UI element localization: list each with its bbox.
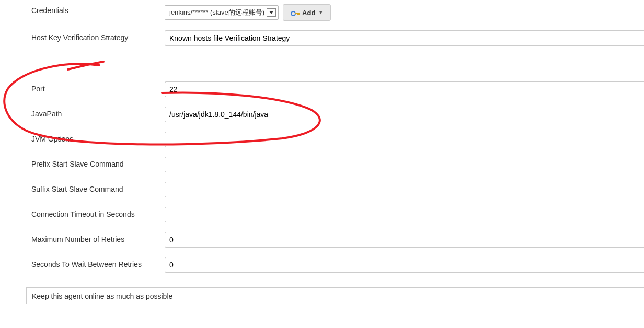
add-button-label: Add — [302, 9, 315, 17]
waitretries-input[interactable] — [165, 257, 644, 273]
svg-rect-2 — [298, 13, 300, 15]
suffix-label: Suffix Start Slave Command — [0, 182, 165, 193]
key-icon — [291, 10, 299, 15]
hostkey-select[interactable] — [165, 30, 644, 46]
waitretries-label: Seconds To Wait Between Retries — [0, 257, 165, 268]
conntimeout-label: Connection Timeout in Seconds — [0, 207, 165, 218]
port-label: Port — [0, 81, 165, 93]
chevron-down-icon — [267, 8, 276, 17]
add-button[interactable]: Add ▼ — [283, 4, 331, 21]
port-input[interactable] — [165, 81, 644, 97]
suffix-input[interactable] — [165, 182, 644, 197]
hostkey-label: Host Key Verification Strategy — [0, 30, 165, 42]
javapath-label: JavaPath — [0, 107, 165, 118]
jvmoptions-input[interactable] — [165, 132, 644, 147]
svg-rect-3 — [297, 13, 298, 15]
prefix-label: Prefix Start Slave Command — [0, 157, 165, 168]
svg-point-0 — [291, 11, 295, 16]
javapath-input[interactable] — [165, 107, 644, 122]
maxretries-input[interactable] — [165, 232, 644, 248]
credentials-label: Credentials — [0, 4, 165, 15]
caret-down-icon: ▼ — [318, 10, 323, 15]
maxretries-label: Maximum Number of Retries — [0, 232, 165, 243]
credentials-value: jenkins/****** (slave的远程账号) — [169, 8, 264, 17]
availability-select[interactable]: Keep this agent online as much as possib… — [26, 287, 644, 304]
conntimeout-input[interactable] — [165, 207, 644, 222]
credentials-select[interactable]: jenkins/****** (slave的远程账号) — [165, 5, 279, 20]
prefix-input[interactable] — [165, 157, 644, 172]
jvmoptions-label: JVM Options — [0, 132, 165, 143]
